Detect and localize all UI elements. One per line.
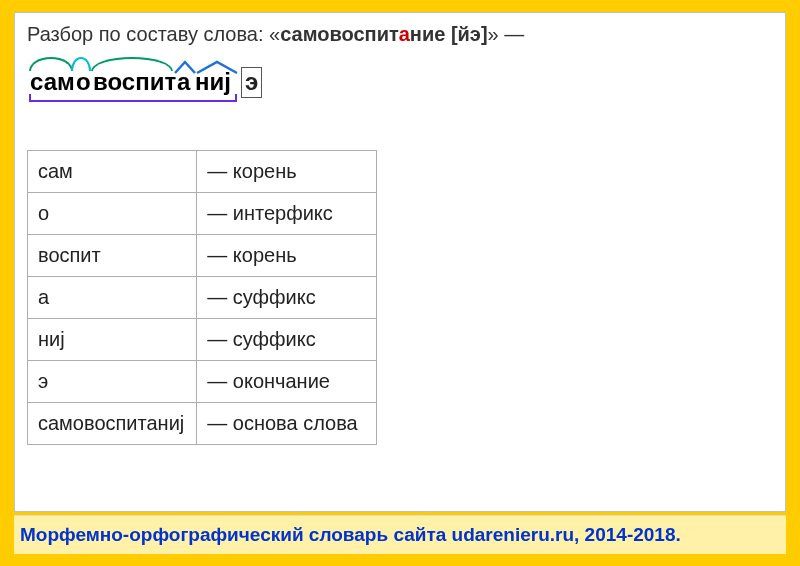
morph-cell: а <box>28 277 197 319</box>
footer-credit: Морфемно-орфографический словарь сайта u… <box>14 515 786 554</box>
title-word-after: ние [йэ] <box>410 23 488 45</box>
morph-cell: о <box>28 193 197 235</box>
table-row: ниj — суффикс <box>28 319 377 361</box>
morph-cell: ниj <box>28 319 197 361</box>
table-row: э — окончание <box>28 361 377 403</box>
table-row: сам — корень <box>28 151 377 193</box>
morpheme-table: сам — корень о — интерфикс воспит — коре… <box>27 150 377 445</box>
desc-cell: — окончание <box>197 361 377 403</box>
seg-ending: э <box>241 67 262 98</box>
desc-cell: — суффикс <box>197 277 377 319</box>
content-panel: Разбор по составу слова: «самовоспитание… <box>14 12 786 512</box>
table-row: самовоспитаниj — основа слова <box>28 403 377 445</box>
table-row: о — интерфикс <box>28 193 377 235</box>
title-prefix: Разбор по составу слова: « <box>27 23 280 45</box>
morph-cell: воспит <box>28 235 197 277</box>
seg-a: а <box>177 68 190 96</box>
seg-vospit: воспит <box>93 68 176 96</box>
desc-cell: — корень <box>197 151 377 193</box>
title-word-before: самовоспит <box>280 23 399 45</box>
morph-cell: самовоспитаниj <box>28 403 197 445</box>
desc-cell: — интерфикс <box>197 193 377 235</box>
morph-cell: сам <box>28 151 197 193</box>
desc-cell: — корень <box>197 235 377 277</box>
title-suffix: » — <box>488 23 525 45</box>
title-line: Разбор по составу слова: «самовоспитание… <box>27 23 773 46</box>
seg-sam: сам <box>30 68 75 96</box>
table-row: воспит — корень <box>28 235 377 277</box>
seg-nij: ниj <box>195 68 231 96</box>
desc-cell: — основа слова <box>197 403 377 445</box>
title-stress-letter: а <box>399 23 410 45</box>
desc-cell: — суффикс <box>197 319 377 361</box>
morph-cell: э <box>28 361 197 403</box>
seg-o: о <box>76 68 91 96</box>
table-row: а — суффикс <box>28 277 377 319</box>
morpheme-diagram: сам о воспит а ниj э <box>27 60 773 100</box>
